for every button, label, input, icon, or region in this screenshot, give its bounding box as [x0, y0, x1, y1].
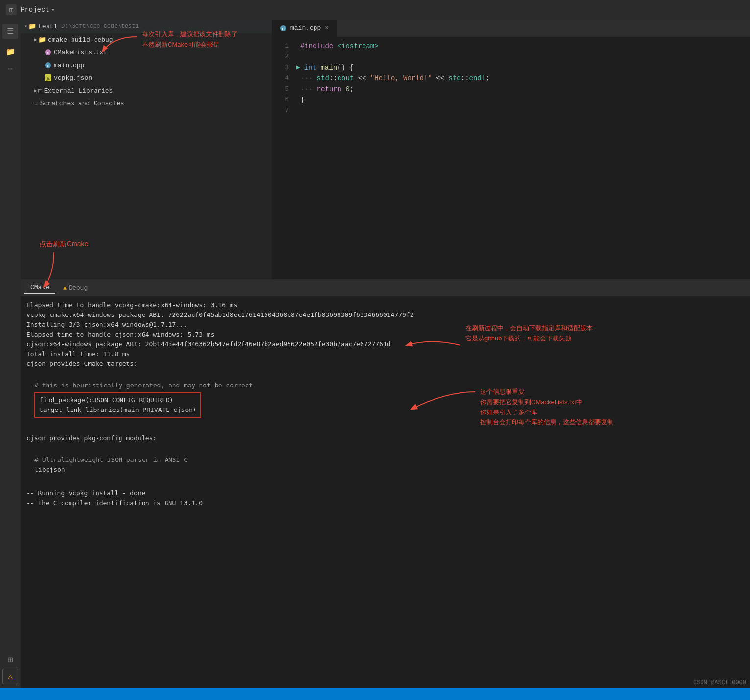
output-line-12 [26, 443, 744, 453]
sidebar-icon-more[interactable]: ⋯ [2, 61, 18, 76]
dropdown-icon[interactable]: ▾ [51, 6, 55, 14]
output-line-10 [26, 424, 744, 434]
svg-text:js: js [46, 77, 50, 81]
output-line-8 [26, 369, 744, 379]
output-line-9: # this is heuristically generated, and m… [26, 381, 744, 390]
line-content-4: ··· std::cout << "Hello, World!" << std:… [296, 73, 490, 84]
line-content-5: ··· return 0; [296, 84, 354, 95]
code-editor: 1 #include <iostream> 2 3 ▶ int main() {… [272, 37, 750, 120]
line-num-3: 3 [272, 62, 296, 73]
debug-tab-label: Debug [69, 284, 88, 291]
root-path: D:\Soft\cpp-code\test1 [61, 23, 139, 30]
editor-area: C main.cpp × 1 #include <iostream> 2 3 ▶ [272, 20, 750, 279]
code-line-3: 3 ▶ int main() { [272, 62, 750, 73]
line-num-5: 5 [272, 84, 296, 95]
cmake-code-line-2: target_link_libraries(main PRIVATE cjson… [39, 405, 196, 415]
output-line-4: Elapsed time to handle cjson:x64-windows… [26, 330, 744, 339]
line-num-6: 6 [272, 95, 296, 105]
debug-tab-icon: ▲ [63, 285, 67, 291]
cmake-code-box: find_package(cJSON CONFIG REQUIRED) targ… [34, 392, 201, 418]
line-num-2: 2 [272, 51, 296, 62]
json-file-icon: js [44, 74, 52, 82]
scratches-label: Scratches and Consoles [40, 100, 124, 107]
line-content-1: #include <iostream> [296, 41, 379, 51]
tab-label: main.cpp [290, 24, 321, 32]
tree-item-vcpkg[interactable]: js vcpkg.json [21, 72, 272, 84]
output-line-6: Total install time: 11.8 ms [26, 349, 744, 359]
code-line-7: 7 [272, 105, 750, 116]
svg-text:C: C [47, 51, 49, 55]
project-label[interactable]: Project [21, 6, 49, 14]
editor-tabs: C main.cpp × [272, 20, 750, 37]
output-line-3: Installing 3/3 cjson:x64-windows@1.7.17.… [26, 320, 744, 330]
output-line-11: cjson provides pkg-config modules: [26, 434, 744, 443]
left-sidebar: ☰ 📁 ⋯ ⊞ △ [0, 20, 21, 688]
tab-cmake[interactable]: CMake [24, 282, 55, 294]
bottom-tabs-bar: CMake ▲ Debug [0, 279, 750, 296]
tab-cpp-icon: C [280, 25, 287, 32]
code-line-6: 6 } [272, 95, 750, 105]
output-line-13: # Ultralightweight JSON parser in ANSI C [26, 455, 744, 465]
sidebar-icon-warning[interactable]: △ [2, 669, 18, 684]
output-line-17: -- The C compiler identification is GNU … [26, 498, 744, 508]
bottom-panel: CMake ▲ Debug ↺ ↑ ◻ ↓ ⚙ ≡ ⚙ 🖨 🗑 [0, 279, 750, 700]
status-bar [0, 688, 750, 700]
output-line-7: cjson provides CMake targets: [26, 359, 744, 369]
project-panel: ▾ 📁 test1 D:\Soft\cpp-code\test1 ▶ 📁 cma… [21, 20, 272, 279]
cpp-file-icon: C [44, 61, 52, 69]
tab-debug[interactable]: ▲ Debug [57, 282, 94, 293]
extlib-icon: ⬚ [38, 87, 42, 95]
tree-item-cmake-build[interactable]: ▶ 📁 cmake-build-debug [21, 33, 272, 46]
tree-item-maincpp[interactable]: C main.cpp [21, 59, 272, 72]
sidebar-icon-folder[interactable]: 📁 [2, 44, 18, 60]
bottom-content: ↺ ↑ ◻ ↓ ⚙ ≡ ⚙ 🖨 🗑 Elapsed time to handle… [0, 296, 750, 700]
tree-root[interactable]: ▾ 📁 test1 D:\Soft\cpp-code\test1 [21, 20, 272, 33]
code-line-4: 4 ··· std::cout << "Hello, World!" << st… [272, 73, 750, 84]
code-line-5: 5 ··· return 0; [272, 84, 750, 95]
sidebar-icon-menu[interactable]: ☰ [2, 24, 18, 39]
sidebar-icon-grid[interactable]: ⊞ [2, 652, 18, 668]
cmake-code-line-1: find_package(cJSON CONFIG REQUIRED) [39, 395, 196, 405]
output-line-5: cjson:x64-windows package ABI: 20b144de4… [26, 339, 744, 349]
svg-text:C: C [47, 64, 49, 68]
tab-maincpp[interactable]: C main.cpp × [272, 20, 337, 37]
scratch-icon: ≡ [34, 100, 38, 107]
code-line-1: 1 #include <iostream> [272, 41, 750, 51]
root-label: test1 [38, 23, 57, 30]
line-num-7: 7 [272, 105, 296, 116]
bottom-output: Elapsed time to handle vcpkg-cmake:x64-w… [21, 296, 750, 700]
line-content-6: } [296, 95, 304, 105]
run-button[interactable]: ▶ [296, 62, 300, 73]
window-icon: ◫ [6, 4, 17, 15]
tree-item-extlibs[interactable]: ▶ ⬚ External Libraries [21, 84, 272, 97]
tab-close-icon[interactable]: × [325, 25, 328, 32]
output-line-2: vcpkg-cmake:x64-windows package ABI: 726… [26, 310, 744, 320]
tree-item-cmakelists[interactable]: C CMakeLists.txt [21, 46, 272, 59]
line-num-4: 4 [272, 73, 296, 84]
line-content-3: int main() { [302, 62, 354, 73]
output-line-1: Elapsed time to handle vcpkg-cmake:x64-w… [26, 300, 744, 310]
cmake-tab-label: CMake [30, 284, 49, 291]
svg-text:C: C [282, 27, 285, 31]
code-line-2: 2 [272, 51, 750, 62]
title-bar: ◫ Project ▾ [0, 0, 750, 20]
output-line-14: libcjson [26, 465, 744, 475]
cmake-build-label: cmake-build-debug [48, 36, 113, 44]
cmake-file-icon: C [44, 48, 52, 56]
tree-item-scratches[interactable]: ≡ Scratches and Consoles [21, 97, 272, 110]
line-num-1: 1 [272, 41, 296, 51]
output-line-16: -- Running vcpkg install - done [26, 488, 744, 498]
output-line-15 [26, 479, 744, 488]
